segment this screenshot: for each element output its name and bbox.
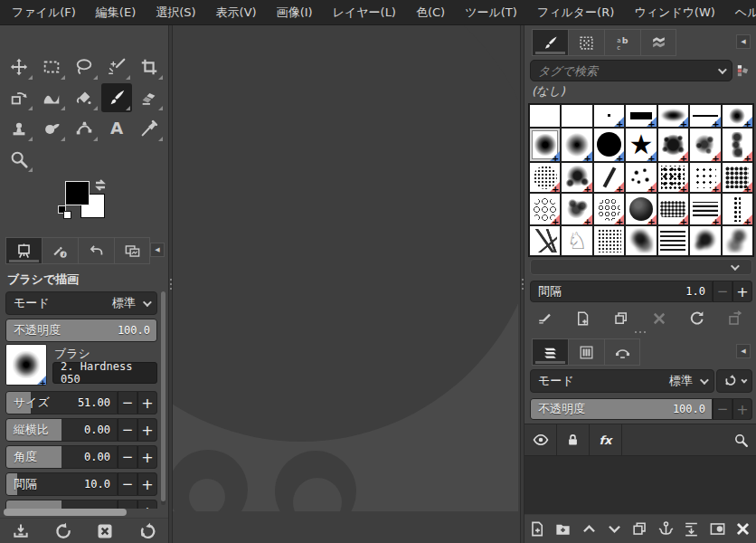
brush-cell[interactable]: +: [658, 194, 688, 224]
foreground-color-swatch[interactable]: [65, 181, 90, 205]
menubar-item[interactable]: 画像(I): [267, 0, 323, 24]
brush-cell[interactable]: +: [626, 105, 656, 127]
brush-cell[interactable]: +: [690, 129, 720, 161]
angle-increase-button[interactable]: +: [137, 445, 157, 469]
tool-opacity-slider[interactable]: 不透明度 100.0: [5, 319, 157, 342]
tool-options-collapse-button[interactable]: ◀: [150, 243, 165, 257]
brush-cell[interactable]: [626, 226, 656, 255]
tag-search-input[interactable]: [538, 64, 718, 78]
tool-color-picker-button[interactable]: [134, 114, 165, 143]
splitter-handle-icon[interactable]: [170, 279, 172, 290]
menubar-item[interactable]: ウィンドウ(W): [624, 0, 725, 24]
delete-tool-preset-button[interactable]: [93, 520, 117, 542]
lower-layer-button[interactable]: [603, 519, 627, 540]
aspect-decrease-button[interactable]: −: [118, 418, 137, 442]
brushes-spacing-increase-button[interactable]: +: [732, 281, 752, 302]
brushes-dock-collapse-button[interactable]: ◀: [736, 34, 751, 49]
tool-move-button[interactable]: [4, 52, 34, 81]
brush-editor-icon[interactable]: [732, 60, 752, 81]
size-increase-button[interactable]: +: [137, 391, 157, 414]
menubar-item[interactable]: レイヤー(L): [323, 0, 406, 24]
tool-rectangle-select-button[interactable]: [36, 52, 67, 81]
brush-cell[interactable]: [690, 226, 720, 255]
brush-cell[interactable]: +: [626, 163, 656, 193]
brush-cell[interactable]: +: [562, 163, 591, 193]
menubar-item[interactable]: 色(C): [406, 0, 455, 24]
layers-dock-collapse-button[interactable]: ◀: [736, 344, 751, 358]
layer-search-column[interactable]: [622, 424, 756, 455]
angle-slider[interactable]: 角度 0.00: [5, 445, 118, 469]
tool-fuzzy-select-button[interactable]: [101, 52, 132, 81]
brush-cell[interactable]: [562, 105, 591, 127]
swap-colors-icon[interactable]: [93, 179, 108, 192]
brush-cell[interactable]: ★+: [626, 129, 656, 161]
brush-cell[interactable]: +: [530, 163, 560, 193]
restore-tool-preset-button[interactable]: [52, 520, 75, 542]
delete-brush-button[interactable]: [647, 308, 671, 329]
brushes-spacing-decrease-button[interactable]: −: [713, 281, 732, 302]
tab-paths[interactable]: [604, 338, 640, 366]
raise-layer-button[interactable]: [577, 519, 600, 540]
layer-opacity-increase-button[interactable]: +: [732, 398, 752, 420]
menubar-item[interactable]: フィルター(R): [527, 0, 624, 24]
layer-list[interactable]: [524, 456, 756, 514]
edit-brush-button[interactable]: [534, 308, 557, 329]
aspect-ratio-slider[interactable]: 縦横比 0.00: [5, 418, 118, 442]
brush-cell[interactable]: +: [690, 105, 720, 127]
blend-space-switch-button[interactable]: [716, 369, 752, 393]
tool-options-vscrollbar[interactable]: [161, 291, 165, 505]
brush-cell[interactable]: +: [658, 105, 688, 127]
brush-cell[interactable]: [530, 226, 560, 255]
brushes-spacing-slider[interactable]: 間隔 1.0: [530, 281, 713, 302]
brush-spacing-slider[interactable]: 間隔 10.0: [5, 472, 118, 496]
tool-text-button[interactable]: A: [101, 114, 132, 143]
tool-clone-button[interactable]: [4, 114, 34, 143]
brush-cell[interactable]: +: [594, 129, 624, 161]
tool-transform-button[interactable]: [4, 83, 34, 112]
angle-decrease-button[interactable]: −: [118, 445, 137, 469]
tool-crop-button[interactable]: [134, 52, 165, 81]
layer-lock-column[interactable]: [557, 424, 590, 455]
brush-name-field[interactable]: 2. Hardness 050: [52, 362, 157, 384]
brush-cell[interactable]: +: [723, 163, 752, 193]
size-decrease-button[interactable]: −: [118, 391, 137, 414]
chevron-down-icon[interactable]: [718, 65, 727, 74]
tool-eraser-button[interactable]: [134, 83, 165, 112]
tool-paintbrush-button[interactable]: [101, 83, 132, 112]
tab-channels[interactable]: [568, 338, 604, 366]
brush-cell[interactable]: +: [530, 129, 560, 161]
tag-search-field[interactable]: [530, 60, 732, 81]
tab-tool-options[interactable]: [5, 237, 42, 264]
tab-fonts[interactable]: abc: [604, 29, 640, 56]
add-layer-mask-button[interactable]: [705, 519, 729, 540]
tab-layers[interactable]: [532, 338, 568, 366]
refresh-brushes-button[interactable]: [685, 308, 709, 329]
open-brush-as-image-button[interactable]: [723, 308, 747, 329]
brush-list-expander[interactable]: [530, 259, 752, 275]
brush-cell[interactable]: +: [562, 129, 591, 161]
tool-free-select-button[interactable]: [69, 52, 99, 81]
layer-visibility-column[interactable]: [524, 424, 557, 455]
brush-cell[interactable]: +: [530, 194, 560, 224]
brush-cell[interactable]: [723, 226, 752, 255]
brush-cell[interactable]: ♘: [562, 226, 591, 255]
duplicate-layer-button[interactable]: [628, 519, 652, 540]
brush-cell[interactable]: [594, 226, 624, 255]
dock-resize-handle[interactable]: [635, 331, 646, 333]
splitter-handle-icon[interactable]: [522, 279, 524, 290]
tab-gradients[interactable]: [640, 29, 676, 56]
brush-cell[interactable]: +: [562, 194, 591, 224]
tab-brushes[interactable]: [532, 29, 568, 56]
brush-cell[interactable]: +: [690, 163, 720, 193]
brush-cell[interactable]: +: [723, 105, 752, 127]
hardness-slider-clipped[interactable]: − +: [5, 500, 157, 509]
aspect-increase-button[interactable]: +: [137, 418, 157, 442]
brush-cell[interactable]: +: [658, 163, 688, 193]
canvas-area[interactable]: [173, 25, 520, 543]
tab-images[interactable]: [114, 237, 150, 264]
new-brush-button[interactable]: [572, 308, 595, 329]
tool-zoom-button[interactable]: [4, 145, 34, 174]
tool-paths-button[interactable]: [69, 114, 99, 143]
delete-layer-button[interactable]: [732, 519, 755, 540]
menubar-item[interactable]: ツール(T): [455, 0, 527, 24]
